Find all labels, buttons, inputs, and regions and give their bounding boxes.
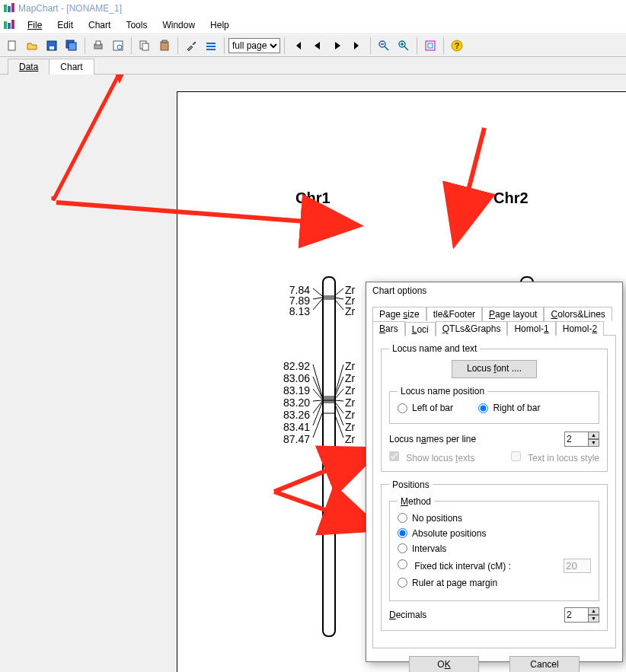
svg-rect-16 [142,43,149,50]
dlg-tab-qtls[interactable]: QTLs&Graphs [436,321,508,336]
radio-intervals[interactable]: Intervals [398,543,591,554]
dlg-tab-homol1[interactable]: Homol-1 [507,321,555,336]
dlg-tab-loci[interactable]: Loci [405,322,436,336]
copy-icon[interactable] [136,37,154,55]
svg-line-41 [334,299,343,310]
help-icon[interactable]: ? [448,37,466,55]
names-per-line-input[interactable] [564,432,589,447]
menu-file[interactable]: File [20,18,50,32]
next-icon[interactable] [328,37,347,55]
locus-pos: 83.06 [275,372,310,384]
tab-data[interactable]: Data [8,59,50,75]
menu-chart[interactable]: Chart [81,18,118,32]
menu-edit[interactable]: Edit [50,18,81,32]
toolbar-separator [85,37,85,54]
svg-rect-29 [426,41,435,50]
svg-line-51 [334,401,343,413]
menu-window[interactable]: Window [155,18,203,32]
main-tabs: Data Chart [0,57,626,75]
text-in-locus-style-checkbox[interactable]: Text in locus style [511,451,599,463]
menu-tools[interactable]: Tools [118,18,155,32]
svg-line-54 [313,413,322,438]
ok-button[interactable]: OK [409,656,479,673]
dlg-tab-bars[interactable]: Bars [372,321,405,336]
radio-fixed-tick[interactable]: Fixed tick interval (cM) : [398,559,591,573]
print-preview-icon[interactable] [109,37,127,55]
legend-method: Method [398,496,434,507]
svg-rect-5 [11,20,14,29]
menu-help[interactable]: Help [203,18,237,32]
svg-rect-17 [161,42,168,50]
dlg-tab-page-layout[interactable]: Page layout [482,307,544,321]
locus-name: Zr [345,384,355,397]
dlg-tab-title-footer[interactable]: tle&Footer [426,307,482,321]
open-icon[interactable] [23,37,41,55]
names-per-line-field[interactable]: ▲▼ [564,432,599,447]
dlg-tab-content: Locus name and text Locus font .... Locu… [372,335,616,648]
svg-line-55 [334,413,343,438]
paste-icon[interactable] [155,37,174,55]
options-icon[interactable] [202,37,220,55]
dlg-tab-homol2[interactable]: Homol-2 [556,321,604,336]
radio-ruler[interactable]: Ruler at page margin [398,578,591,588]
first-icon[interactable] [289,37,307,55]
tab-chart[interactable]: Chart [49,59,94,75]
tools-icon[interactable] [182,37,200,55]
zoom-select[interactable]: full page [228,38,280,53]
spin-down-icon[interactable]: ▼ [589,439,599,447]
save-icon[interactable] [43,37,61,55]
toolbar-separator [131,37,132,54]
spin-up-icon[interactable]: ▲ [589,607,599,615]
svg-line-50 [313,401,322,413]
save-all-icon[interactable] [62,37,81,55]
toolbar-separator [177,37,178,54]
dialog-title: Chart options [366,282,622,304]
svg-rect-3 [4,21,7,29]
svg-rect-30 [428,43,433,48]
method-group: Method No positions Absolute positions I… [389,496,599,601]
dlg-tab-page-size[interactable]: Page size [372,307,426,321]
radio-right-of-bar[interactable]: Right of bar [478,403,540,413]
locus-pos: 83.19 [275,384,310,397]
radio-left-of-bar[interactable]: Left of bar [398,403,453,413]
canvas-area: Chr1 Chr2 7.84 7.89 8.13 Zr Zr Zr [0,75,626,672]
locus-name: Zr [345,372,355,384]
svg-rect-19 [206,43,216,44]
locus-name: Zr [345,433,355,445]
svg-rect-6 [8,41,15,50]
svg-line-53 [334,403,343,425]
fixed-tick-input [564,559,591,573]
dlg-tab-colors-lines[interactable]: Colors&Lines [544,307,612,321]
chart-options-dialog: Chart options Page size tle&Footer Page … [366,282,623,662]
legend-positions: Positions [389,479,433,490]
show-locus-texts-checkbox[interactable]: Show locus texts [389,451,474,463]
zoom-out-icon[interactable] [375,37,393,55]
radio-absolute-positions[interactable]: Absolute positions [398,528,591,539]
locus-pos: 83.26 [275,409,310,421]
locus-pos: 83.20 [275,397,310,409]
locus-name: Zr [345,397,355,409]
decimals-field[interactable]: ▲▼ [564,607,599,623]
svg-line-36 [313,298,322,299]
chr1-title: Chr1 [295,189,331,207]
last-icon[interactable] [348,37,366,55]
spin-up-icon[interactable]: ▲ [589,432,599,439]
svg-rect-8 [50,46,54,49]
svg-line-33 [313,288,322,296]
print-icon[interactable] [89,37,107,55]
title-bar: MapChart - [NONAME_1] [0,0,626,17]
cancel-button[interactable]: Cancel [509,656,580,673]
fit-window-icon[interactable] [421,37,439,55]
new-icon[interactable] [3,37,21,55]
svg-rect-10 [69,43,76,50]
svg-rect-4 [8,23,11,29]
zoom-in-icon[interactable] [394,37,413,55]
svg-text:?: ? [455,41,460,50]
locus-pos: 82.92 [275,360,310,372]
radio-no-positions[interactable]: No positions [398,513,591,524]
prev-icon[interactable] [308,37,327,55]
spin-down-icon[interactable]: ▼ [589,615,599,623]
decimals-input[interactable] [564,607,589,623]
svg-line-39 [313,299,322,310]
locus-font-button[interactable]: Locus font .... [452,360,537,378]
